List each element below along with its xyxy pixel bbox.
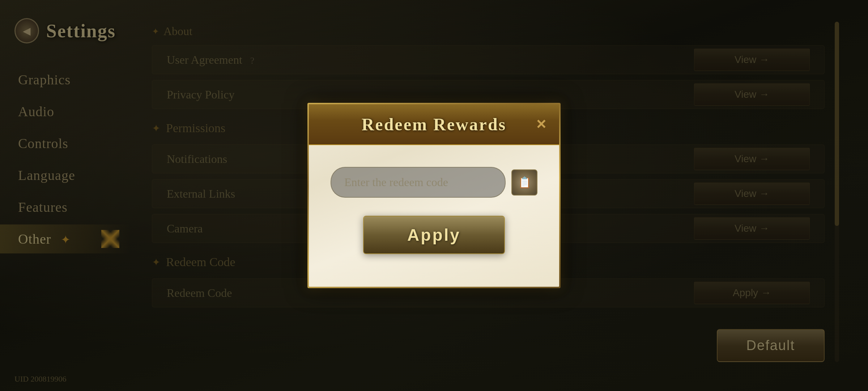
- modal-backdrop: Redeem Rewards ✕ 📋 Apply: [0, 0, 868, 391]
- paste-button[interactable]: 📋: [511, 169, 537, 196]
- modal-title: Redeem Rewards: [362, 114, 507, 134]
- modal-border: Redeem Rewards ✕ 📋 Apply: [307, 103, 561, 288]
- redeem-code-input[interactable]: [331, 167, 506, 198]
- modal-close-button[interactable]: ✕: [530, 114, 552, 135]
- redeem-input-row: 📋: [331, 167, 537, 198]
- redeem-modal: Redeem Rewards ✕ 📋 Apply: [307, 103, 561, 288]
- modal-body: 📋 Apply: [309, 145, 559, 269]
- modal-inner: Redeem Rewards ✕ 📋 Apply: [309, 104, 559, 287]
- modal-header: Redeem Rewards ✕: [309, 104, 559, 145]
- apply-button[interactable]: Apply: [363, 216, 505, 254]
- paste-icon: 📋: [518, 176, 531, 189]
